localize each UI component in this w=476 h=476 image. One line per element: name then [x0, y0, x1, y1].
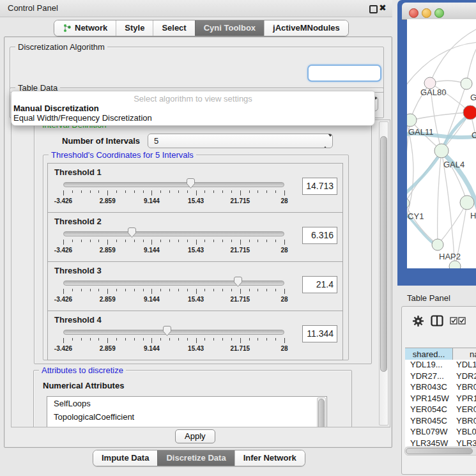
slider-tick: [178, 240, 179, 242]
node-label: GAL80: [420, 88, 446, 97]
slider-tick: [72, 338, 73, 341]
table-row[interactable]: YER054CYER0: [405, 404, 476, 416]
slider-track[interactable]: [63, 280, 284, 286]
attribute-item-betweennesscentrality[interactable]: BetweennessCentrality: [47, 424, 326, 427]
network-node-c[interactable]: [463, 105, 476, 119]
list-scrollbar[interactable]: [317, 397, 326, 427]
slider-handle[interactable]: [233, 276, 243, 288]
network-node-h[interactable]: [460, 196, 474, 210]
slider-tick-label: 2.859: [100, 296, 116, 303]
slider-tick: [134, 190, 135, 193]
table-hscrollbar-thumb[interactable]: [406, 448, 473, 454]
thresholds-group: Threshold's Coordinates for 5 Intervals …: [43, 155, 349, 360]
table-panel: shared...na YDL19...YDL1YDR27...YDR2YBR0…: [401, 306, 476, 475]
network-edge[interactable]: [430, 28, 476, 83]
attribute-item-selfloops[interactable]: SelfLoops: [47, 397, 326, 410]
slider-handle[interactable]: [162, 325, 172, 337]
network-node-gal4[interactable]: [434, 144, 449, 158]
slider-tick: [222, 289, 223, 291]
table-row[interactable]: YDR27...YDR2: [405, 371, 476, 383]
split-view-icon[interactable]: [431, 315, 443, 326]
threshold-slider[interactable]: -3.4262.8599.14415.4321.71528: [63, 213, 284, 261]
column-header-shared[interactable]: shared...: [405, 348, 453, 360]
algorithm-combo[interactable]: [307, 65, 381, 82]
table-row[interactable]: YBR045CYBR0: [405, 416, 476, 427]
zoom-traffic-light[interactable]: [434, 8, 444, 18]
tab-select[interactable]: Select: [153, 20, 194, 36]
apply-button[interactable]: Apply: [175, 429, 215, 443]
close-icon[interactable]: ✖: [379, 3, 387, 13]
table-row[interactable]: YDL19...YDL1: [405, 360, 476, 371]
minimize-traffic-light[interactable]: [422, 8, 431, 18]
threshold-value-field[interactable]: 14.713: [302, 178, 337, 195]
slider-tick: [125, 240, 126, 242]
network-canvas[interactable]: GAL80GACGAL11GAL4GCY1HHAP2: [407, 19, 476, 268]
network-node[interactable]: [449, 261, 461, 268]
tab-network[interactable]: Network: [54, 20, 116, 36]
cell-name: YDL1: [453, 360, 476, 371]
threshold-panel-threshold-1: Threshold 1-3.4262.8599.14415.4321.71528…: [47, 163, 343, 213]
slider-tick: [151, 190, 152, 196]
network-edge[interactable]: [438, 151, 441, 245]
table-hscrollbar[interactable]: [404, 447, 476, 456]
slider-tick: [266, 240, 267, 242]
network-edge[interactable]: [407, 203, 438, 245]
threshold-value-field[interactable]: 21.4: [302, 276, 337, 293]
network-window-titlebar[interactable]: [402, 3, 476, 20]
threshold-value-field[interactable]: 11.344: [302, 325, 337, 342]
select-columns-icon[interactable]: [450, 317, 466, 325]
tab-discretize-data[interactable]: Discretize Data: [157, 450, 234, 466]
slider-tick: [72, 190, 73, 193]
pane-scrollbar[interactable]: [379, 121, 388, 426]
slider-tick: [116, 338, 117, 341]
gear-icon[interactable]: [412, 315, 424, 327]
close-traffic-light[interactable]: [409, 8, 418, 18]
table-row[interactable]: YBL079WYBL0: [405, 427, 476, 438]
slider-tick: [98, 240, 99, 242]
num-intervals-combo[interactable]: 5: [148, 134, 333, 148]
network-node-hap2[interactable]: [432, 239, 443, 250]
table-row[interactable]: YLR345WYLR3: [405, 438, 476, 447]
network-edge-thick[interactable]: [407, 152, 441, 196]
attribute-item-topologicalcoefficient[interactable]: TopologicalCoefficient: [47, 410, 326, 424]
slider-track[interactable]: [63, 231, 284, 236]
slider-track[interactable]: [63, 330, 284, 335]
tab-cyni-toolbox[interactable]: Cyni Toolbox: [195, 20, 264, 36]
slider-tick: [275, 240, 276, 242]
numerical-attributes-list[interactable]: SelfLoopsTopologicalCoefficientBetweenne…: [47, 396, 327, 427]
table-row[interactable]: YBR043CYBR0: [405, 382, 476, 394]
tab-style[interactable]: Style: [116, 20, 153, 36]
column-header-na[interactable]: na: [453, 348, 476, 360]
slider-tick-label: 2.859: [100, 345, 116, 352]
num-intervals-label: Number of Intervals: [62, 136, 140, 146]
network-edge[interactable]: [438, 203, 467, 245]
node-label: GAL4: [443, 160, 464, 169]
slider-tick-label: -3.426: [54, 247, 72, 254]
threshold-slider[interactable]: -3.4262.8599.14415.4321.71528: [63, 311, 284, 360]
network-node-gal11[interactable]: [407, 114, 417, 127]
float-window-icon[interactable]: [369, 5, 378, 13]
threshold-slider[interactable]: -3.4262.8599.14415.4321.71528: [63, 262, 284, 311]
slider-tick-label: 21.715: [231, 197, 250, 204]
table-row[interactable]: YPR145WYPR1: [405, 394, 476, 405]
slider-track[interactable]: [63, 182, 284, 187]
pane-scrollbar-thumb[interactable]: [380, 136, 387, 372]
slider-handle[interactable]: [127, 227, 137, 238]
tab-jactivemnodules[interactable]: jActiveMNodules: [264, 20, 348, 36]
slider-handle[interactable]: [186, 178, 196, 189]
network-edge[interactable]: [410, 112, 470, 120]
threshold-slider[interactable]: -3.4262.8599.14415.4321.71528: [63, 164, 284, 212]
slider-tick: [107, 240, 108, 245]
slider-tick-label: 9.144: [144, 296, 160, 303]
network-node-ga[interactable]: [461, 78, 472, 89]
slider-tick: [204, 338, 205, 341]
cell-name: YER0: [453, 404, 476, 416]
menu-item-equal-width-frequency-discretization[interactable]: Equal Width/Frequency Discretization: [13, 113, 152, 123]
slider-tick: [169, 240, 170, 242]
tab-infer-network[interactable]: Infer Network: [234, 450, 305, 466]
list-scrollbar-thumb[interactable]: [318, 399, 325, 427]
threshold-value-field[interactable]: 6.316: [302, 227, 337, 244]
menu-item-manual-discretization[interactable]: Manual Discretization: [13, 104, 99, 113]
slider-tick: [196, 240, 197, 245]
tab-impute-data[interactable]: Impute Data: [93, 450, 157, 466]
